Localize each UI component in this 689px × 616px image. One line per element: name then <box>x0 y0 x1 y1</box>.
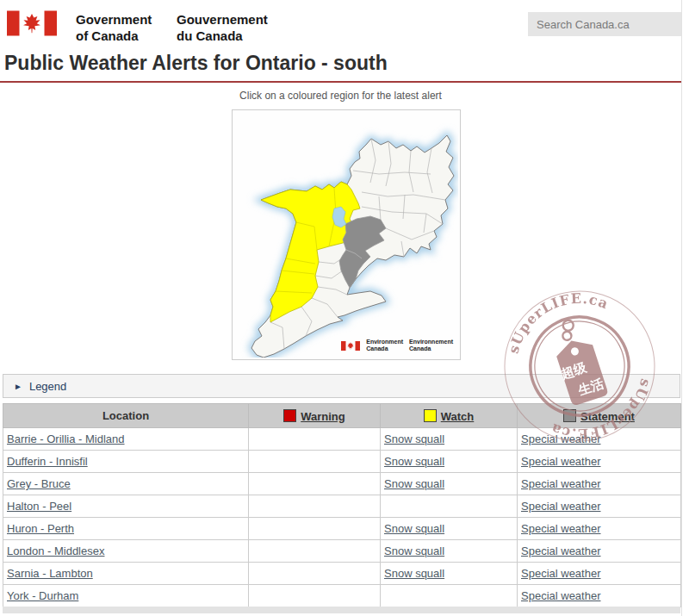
table-row: Halton - PeelSpecial weather <box>3 495 681 518</box>
location-cell: York - Durham <box>3 585 249 607</box>
location-link[interactable]: Barrie - Orillia - Midland <box>7 432 125 445</box>
gov-fr-line1: Gouvernement <box>177 11 268 28</box>
statement-link[interactable]: Special weather <box>521 522 601 535</box>
statement-cell: Special weather <box>518 428 681 451</box>
watch-header-link[interactable]: Watch <box>441 410 475 423</box>
weather-alerts-page: Government of Canada Gouvernement du Can… <box>0 0 689 616</box>
watch-link[interactable]: Snow squall <box>384 567 444 580</box>
column-header-location: Location <box>3 404 249 428</box>
statement-link[interactable]: Special weather <box>521 432 601 445</box>
watch-cell <box>381 495 518 518</box>
column-header-warning: Warning <box>249 404 381 428</box>
location-link[interactable]: York - Durham <box>7 589 78 602</box>
statement-cell: Special weather <box>518 585 681 607</box>
watch-link[interactable]: Snow squall <box>384 544 444 557</box>
gov-en-line1: Government <box>76 11 152 28</box>
alerts-table: Location Warning Watch Statement Barrie … <box>3 403 681 607</box>
statement-cell: Special weather <box>518 540 681 563</box>
column-header-watch: Watch <box>381 404 518 428</box>
gov-signature-fr: Gouvernement du Canada <box>177 11 268 44</box>
table-header-row: Location Warning Watch Statement <box>3 404 681 428</box>
legend-label: Legend <box>29 380 66 393</box>
page-title: Public Weather Alerts for Ontario - sout… <box>4 52 676 75</box>
ontario-map[interactable] <box>233 110 458 358</box>
environment-canada-flag-icon <box>341 341 360 351</box>
statement-cell: Special weather <box>518 518 681 540</box>
location-link[interactable]: Dufferin - Innisfil <box>7 455 88 468</box>
title-divider <box>0 81 681 83</box>
watch-cell: Snow squall <box>381 428 518 451</box>
map-caption: Click on a coloured region for the lates… <box>0 90 681 102</box>
warning-cell <box>249 518 381 540</box>
watch-cell: Snow squall <box>381 473 518 495</box>
column-header-statement: Statement <box>518 404 681 428</box>
location-cell: Sarnia - Lambton <box>3 563 249 585</box>
statement-header-link[interactable]: Statement <box>580 410 635 423</box>
table-footer-strip <box>3 607 680 613</box>
location-link[interactable]: Huron - Perth <box>7 522 74 535</box>
warning-color-swatch <box>283 409 296 422</box>
gov-fr-line2: du Canada <box>177 28 268 44</box>
warning-header-link[interactable]: Warning <box>301 410 345 423</box>
warning-cell <box>249 473 381 495</box>
canada-flag-icon <box>7 10 57 36</box>
statement-link[interactable]: Special weather <box>521 455 601 468</box>
watch-link[interactable]: Snow squall <box>384 455 444 468</box>
ec-logo-text-en: Environment Canada <box>366 339 403 352</box>
warning-cell <box>249 585 381 607</box>
legend-expand-arrow-icon: ► <box>14 382 22 391</box>
watch-cell: Snow squall <box>381 518 518 540</box>
page-right-edge <box>681 0 682 616</box>
statement-link[interactable]: Special weather <box>521 500 601 513</box>
location-cell: Huron - Perth <box>3 518 249 540</box>
table-row: London - MiddlesexSnow squallSpecial wea… <box>3 540 681 563</box>
statement-cell: Special weather <box>518 451 681 473</box>
statement-cell: Special weather <box>518 495 681 518</box>
watch-color-swatch <box>424 409 437 422</box>
table-row: Barrie - Orillia - MidlandSnow squallSpe… <box>3 428 681 451</box>
watch-cell: Snow squall <box>381 451 518 473</box>
location-cell: Grey - Bruce <box>3 473 249 495</box>
statement-link[interactable]: Special weather <box>521 544 601 557</box>
statement-link[interactable]: Special weather <box>521 477 601 490</box>
government-of-canada-header: Government of Canada Gouvernement du Can… <box>0 0 689 48</box>
statement-link[interactable]: Special weather <box>521 567 601 580</box>
search-input[interactable] <box>528 12 681 36</box>
gov-en-line2: of Canada <box>76 28 152 44</box>
table-row: Grey - BruceSnow squallSpecial weather <box>3 473 681 495</box>
location-cell: Barrie - Orillia - Midland <box>3 428 249 451</box>
table-row: York - DurhamSpecial weather <box>3 585 681 607</box>
table-row: Sarnia - LambtonSnow squallSpecial weath… <box>3 563 681 585</box>
statement-link[interactable]: Special weather <box>521 589 601 602</box>
warning-cell <box>249 428 381 451</box>
gov-signature-en: Government of Canada <box>76 11 152 44</box>
ec-logo-text-fr: Environnement Canada <box>409 339 453 352</box>
location-link[interactable]: Sarnia - Lambton <box>7 567 93 580</box>
warning-cell <box>249 495 381 518</box>
location-link[interactable]: Grey - Bruce <box>7 477 71 490</box>
statement-cell: Special weather <box>518 563 681 585</box>
location-cell: Halton - Peel <box>3 495 249 518</box>
watch-cell: Snow squall <box>381 563 518 585</box>
warning-cell <box>249 540 381 563</box>
watch-cell <box>381 585 518 607</box>
environment-canada-logo: Environment Canada Environnement Canada <box>341 339 453 352</box>
watermark-ring-text-top: sUperLIFE.ca <box>498 284 616 361</box>
table-row: Huron - PerthSnow squallSpecial weather <box>3 518 681 540</box>
location-cell: London - Middlesex <box>3 540 249 563</box>
warning-cell <box>249 563 381 585</box>
statement-color-swatch <box>563 409 576 422</box>
location-link[interactable]: London - Middlesex <box>7 544 104 557</box>
statement-cell: Special weather <box>518 473 681 495</box>
alert-map-frame: Environment Canada Environnement Canada <box>232 109 461 360</box>
table-row: Dufferin - InnisfilSnow squallSpecial we… <box>3 451 681 473</box>
watch-link[interactable]: Snow squall <box>384 477 444 490</box>
watch-cell: Snow squall <box>381 540 518 563</box>
watch-link[interactable]: Snow squall <box>384 522 444 535</box>
location-link[interactable]: Halton - Peel <box>7 500 71 513</box>
warning-cell <box>249 451 381 473</box>
location-cell: Dufferin - Innisfil <box>3 451 249 473</box>
watch-link[interactable]: Snow squall <box>384 432 444 445</box>
legend-toggle[interactable]: ► Legend <box>3 374 680 398</box>
alerts-table-body: Barrie - Orillia - MidlandSnow squallSpe… <box>3 428 681 607</box>
